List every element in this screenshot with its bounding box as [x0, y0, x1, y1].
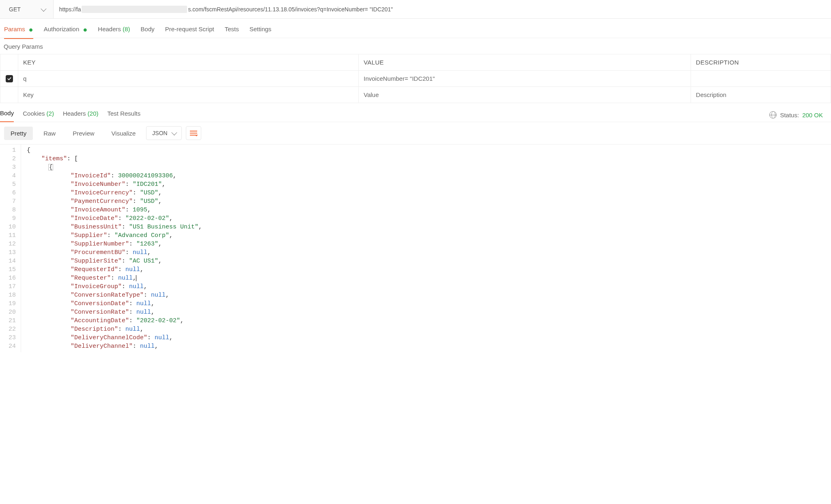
- view-pretty-button[interactable]: Pretty: [4, 127, 33, 140]
- param-value-input[interactable]: Value: [359, 87, 691, 103]
- active-dot-icon: ●: [27, 26, 33, 34]
- url-redacted: [82, 6, 187, 13]
- tab-headers[interactable]: Headers (8): [98, 23, 130, 38]
- tab-tests[interactable]: Tests: [225, 23, 239, 38]
- col-key: KEY: [18, 54, 359, 71]
- url-suffix: s.com/fscmRestApi/resources/11.13.18.05/…: [188, 6, 393, 13]
- request-url-bar: GET https://fa s.com/fscmRestApi/resourc…: [0, 0, 831, 19]
- response-body-json[interactable]: 123456789101112131415161718192021222324 …: [0, 144, 831, 352]
- wrap-icon: [190, 133, 197, 134]
- tab-settings[interactable]: Settings: [250, 23, 271, 38]
- tab-body[interactable]: Body: [141, 23, 155, 38]
- table-row-new: Key Value Description: [0, 87, 831, 103]
- status-value: 200 OK: [802, 112, 823, 118]
- wrap-lines-button[interactable]: [186, 126, 201, 140]
- http-method-value: GET: [9, 6, 21, 13]
- check-icon: [7, 76, 12, 81]
- response-status: Status: 200 OK: [769, 111, 827, 118]
- param-description-cell[interactable]: [691, 71, 831, 87]
- tab-prerequest-script[interactable]: Pre-request Script: [165, 23, 214, 38]
- view-preview-button[interactable]: Preview: [66, 127, 101, 140]
- row-checkbox[interactable]: [6, 75, 13, 82]
- http-method-select[interactable]: GET: [0, 0, 54, 18]
- query-params-table: KEY VALUE DESCRIPTION q InvoiceNumber= "…: [0, 54, 831, 103]
- globe-icon: [769, 111, 777, 118]
- request-tabs: Params ● Authorization ● Headers (8) Bod…: [0, 19, 831, 38]
- table-row: q InvoiceNumber= "IDC201": [0, 71, 831, 87]
- param-key-cell[interactable]: q: [18, 71, 359, 87]
- col-description: DESCRIPTION: [691, 54, 831, 71]
- tab-params[interactable]: Params ●: [4, 23, 33, 39]
- tab-authorization[interactable]: Authorization ●: [44, 23, 88, 38]
- response-tabs: Body Cookies (2) Headers (20) Test Resul…: [0, 103, 831, 122]
- view-raw-button[interactable]: Raw: [37, 127, 62, 140]
- format-select[interactable]: JSON: [146, 126, 181, 140]
- response-body-toolbar: Pretty Raw Preview Visualize JSON: [0, 122, 831, 144]
- active-dot-icon: ●: [81, 26, 87, 34]
- param-key-input[interactable]: Key: [18, 87, 359, 103]
- chevron-down-icon: [41, 6, 46, 11]
- param-description-input[interactable]: Description: [691, 87, 831, 103]
- resp-tab-headers[interactable]: Headers (20): [63, 108, 99, 122]
- chevron-down-icon: [171, 130, 177, 136]
- url-prefix: https://fa: [59, 6, 81, 13]
- param-value-cell[interactable]: InvoiceNumber= "IDC201": [359, 71, 691, 87]
- url-input[interactable]: https://fa s.com/fscmRestApi/resources/1…: [54, 0, 831, 18]
- view-visualize-button[interactable]: Visualize: [105, 127, 142, 140]
- resp-tab-body[interactable]: Body: [0, 108, 14, 122]
- query-params-title: Query Params: [0, 38, 831, 54]
- resp-tab-test-results[interactable]: Test Results: [107, 108, 140, 122]
- resp-tab-cookies[interactable]: Cookies (2): [23, 108, 54, 122]
- col-value: VALUE: [359, 54, 691, 71]
